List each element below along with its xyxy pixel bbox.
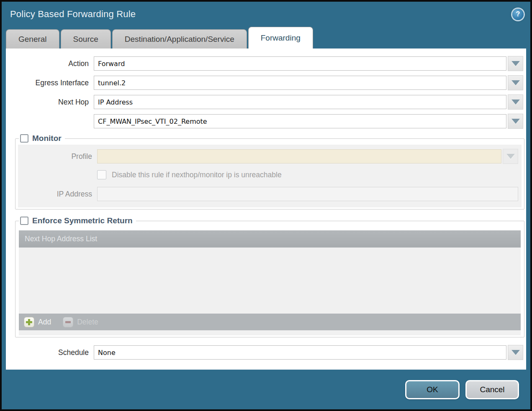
tab-forwarding-label: Forwarding [261,33,301,43]
chevron-down-icon [511,119,520,124]
next-hop-type-input[interactable] [94,95,506,109]
next-hop-dropdown-button[interactable] [508,94,523,110]
monitor-ip-address-label: IP Address [18,190,97,199]
tab-general[interactable]: General [6,29,59,49]
dialog-titlebar: Policy Based Forwarding Rule ? [2,2,530,27]
cancel-button-label: Cancel [480,385,504,394]
monitor-profile-row: Profile [18,149,518,164]
next-hop-address-list-body[interactable] [19,248,521,314]
plus-icon [24,317,34,327]
schedule-input[interactable] [94,345,506,360]
monitor-profile-dropdown-button [503,149,518,164]
minus-icon [63,317,73,327]
monitor-legend: Monitor [19,134,65,143]
next-hop-address-list-header-label: Next Hop Address List [25,235,97,243]
chevron-down-icon [511,61,520,66]
monitor-disabled-panel: Profile Disable this rule if nexthop/mon… [18,145,522,207]
next-hop-address-row [6,114,523,129]
schedule-row: Schedule [6,345,523,360]
cancel-button[interactable]: Cancel [465,380,519,399]
ok-button-label: OK [427,385,438,394]
monitor-section: Monitor Profile Disable this rule if nex… [15,134,524,209]
table-bottom-strip [19,330,521,335]
chevron-down-icon [506,154,515,159]
egress-interface-row: Egress Interface [6,75,523,90]
forwarding-tab-panel: Action Egress Interface Next Hop Moni [6,49,526,370]
action-dropdown-button[interactable] [508,56,523,71]
monitor-ip-address-input [97,187,518,201]
next-hop-address-list-header: Next Hop Address List [19,230,521,248]
next-hop-address-list-table: Next Hop Address List Add Delete [19,230,521,335]
tab-general-label: General [18,35,47,44]
action-label: Action [6,59,94,68]
enforce-symmetric-return-title: Enforce Symmetric Return [32,216,133,225]
add-button[interactable]: Add [24,317,51,327]
action-row: Action [6,56,523,71]
monitor-profile-label: Profile [18,152,97,161]
tab-source[interactable]: Source [61,29,111,49]
delete-button: Delete [63,317,98,327]
schedule-dropdown-button[interactable] [508,345,523,360]
tab-source-label: Source [73,35,98,44]
monitor-title: Monitor [32,134,62,143]
monitor-profile-input [97,149,501,163]
egress-interface-label: Egress Interface [6,79,94,87]
next-hop-label: Next Hop [6,98,94,107]
tab-bar: General Source Destination/Application/S… [2,27,530,49]
tab-destination-application-service-label: Destination/Application/Service [125,35,234,44]
chevron-down-icon [511,80,520,85]
monitor-disable-rule-row: Disable this rule if nexthop/monitor ip … [97,170,522,179]
next-hop-row: Next Hop [6,94,523,110]
enforce-symmetric-return-section: Enforce Symmetric Return Next Hop Addres… [15,216,524,337]
dialog-footer: OK Cancel [2,370,530,409]
monitor-checkbox[interactable] [20,134,28,143]
delete-button-label: Delete [77,318,98,327]
next-hop-address-input[interactable] [94,114,506,128]
add-button-label: Add [38,318,51,327]
disable-rule-checkbox [97,170,106,179]
tab-forwarding[interactable]: Forwarding [248,27,313,49]
dialog-title: Policy Based Forwarding Rule [10,9,136,20]
tab-destination-application-service[interactable]: Destination/Application/Service [112,29,247,49]
enforce-symmetric-return-legend: Enforce Symmetric Return [19,216,136,225]
next-hop-address-dropdown-button[interactable] [508,114,523,129]
action-input[interactable] [94,56,506,71]
next-hop-address-list-toolbar: Add Delete [19,314,521,330]
disable-rule-label: Disable this rule if nexthop/monitor ip … [112,171,282,179]
chevron-down-icon [511,350,520,355]
ok-button[interactable]: OK [405,380,460,399]
enforce-symmetric-return-checkbox[interactable] [20,217,28,225]
schedule-label: Schedule [6,348,94,357]
monitor-ip-address-row: IP Address [18,186,518,202]
egress-interface-dropdown-button[interactable] [508,75,523,90]
policy-based-forwarding-rule-dialog: Policy Based Forwarding Rule ? General S… [0,0,532,411]
egress-interface-input[interactable] [94,76,506,90]
chevron-down-icon [511,100,520,105]
help-icon[interactable]: ? [512,9,524,20]
